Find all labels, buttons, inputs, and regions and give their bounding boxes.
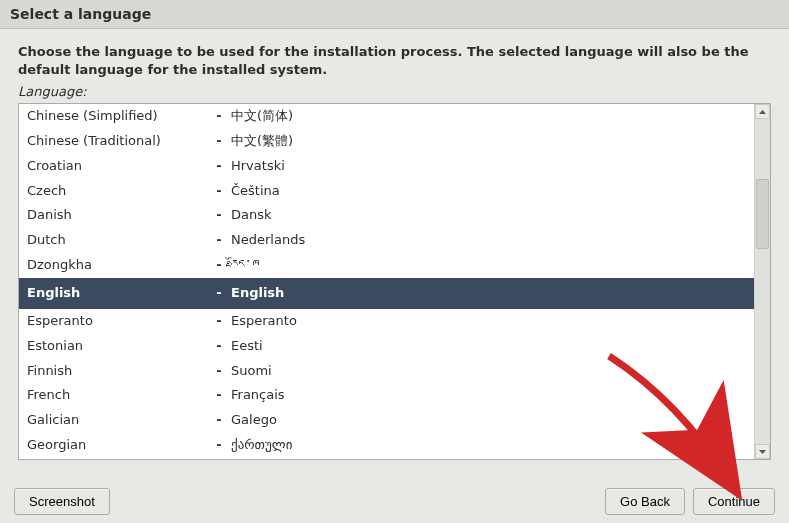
language-row[interactable]: Galician-Galego: [19, 408, 754, 433]
language-english-name: Czech: [27, 182, 207, 201]
language-row[interactable]: Czech-Čeština: [19, 179, 754, 204]
language-separator: -: [207, 107, 231, 126]
language-english-name: Dzongkha: [27, 256, 207, 275]
continue-button[interactable]: Continue: [693, 488, 775, 515]
language-native-name: Français: [231, 386, 748, 405]
language-row[interactable]: Georgian-ქართული: [19, 433, 754, 458]
language-native-name: 中文(繁體): [231, 132, 748, 151]
language-english-name: Croatian: [27, 157, 207, 176]
language-native-name: Suomi: [231, 362, 748, 381]
language-row[interactable]: Estonian-Eesti: [19, 334, 754, 359]
language-separator: -: [207, 386, 231, 405]
language-native-name: Galego: [231, 411, 748, 430]
language-native-name: Esperanto: [231, 312, 748, 331]
language-separator: -: [207, 312, 231, 331]
language-separator: -: [207, 411, 231, 430]
scroll-thumb[interactable]: [756, 179, 769, 249]
language-row[interactable]: Esperanto-Esperanto: [19, 309, 754, 334]
language-row[interactable]: English-English: [19, 278, 754, 309]
language-english-name: Finnish: [27, 362, 207, 381]
footer-bar: Screenshot Go Back Continue: [14, 488, 775, 515]
instruction-text: Choose the language to be used for the i…: [18, 43, 771, 78]
chevron-up-icon: [759, 110, 766, 114]
language-separator: -: [207, 157, 231, 176]
language-native-name: Hrvatski: [231, 157, 748, 176]
content-area: Choose the language to be used for the i…: [6, 39, 783, 460]
language-row[interactable]: Dutch-Nederlands: [19, 228, 754, 253]
language-native-name: Eesti: [231, 337, 748, 356]
window-title: Select a language: [10, 6, 151, 22]
language-separator: -: [207, 182, 231, 201]
language-separator: -: [207, 362, 231, 381]
language-native-name: 中文(简体): [231, 107, 748, 126]
language-native-name: ქართული: [231, 436, 748, 455]
language-row[interactable]: Danish-Dansk: [19, 203, 754, 228]
language-english-name: Danish: [27, 206, 207, 225]
language-english-name: Chinese (Simplified): [27, 107, 207, 126]
language-row[interactable]: German-Deutsch: [19, 458, 754, 459]
scroll-down-button[interactable]: [755, 444, 770, 459]
language-row[interactable]: Chinese (Simplified)-中文(简体): [19, 104, 754, 129]
scroll-up-button[interactable]: [755, 104, 770, 119]
language-english-name: Estonian: [27, 337, 207, 356]
language-separator: -: [207, 337, 231, 356]
language-row[interactable]: French-Français: [19, 383, 754, 408]
language-separator: -: [207, 436, 231, 455]
language-row[interactable]: Finnish-Suomi: [19, 359, 754, 384]
go-back-button[interactable]: Go Back: [605, 488, 685, 515]
language-native-name: Dansk: [231, 206, 748, 225]
screenshot-button[interactable]: Screenshot: [14, 488, 110, 515]
language-row[interactable]: Chinese (Traditional)-中文(繁體): [19, 129, 754, 154]
language-list-frame: Chinese (Simplified)-中文(简体)Chinese (Trad…: [18, 103, 771, 460]
language-native-name: Čeština: [231, 182, 748, 201]
language-english-name: Dutch: [27, 231, 207, 250]
language-separator: -: [207, 256, 231, 275]
language-separator: -: [207, 206, 231, 225]
language-english-name: Chinese (Traditional): [27, 132, 207, 151]
language-list[interactable]: Chinese (Simplified)-中文(简体)Chinese (Trad…: [19, 104, 754, 459]
language-english-name: Galician: [27, 411, 207, 430]
language-row[interactable]: Croatian-Hrvatski: [19, 154, 754, 179]
language-native-name: Nederlands: [231, 231, 748, 250]
language-english-name: English: [27, 284, 207, 303]
language-separator: -: [207, 284, 231, 303]
scrollbar[interactable]: [754, 104, 770, 459]
language-english-name: Georgian: [27, 436, 207, 455]
language-separator: -: [207, 132, 231, 151]
language-row[interactable]: Dzongkha-རྫོང་ཁ: [19, 253, 754, 278]
language-label: Language:: [18, 84, 771, 99]
scroll-track[interactable]: [755, 119, 770, 444]
language-separator: -: [207, 231, 231, 250]
language-native-name: English: [231, 284, 748, 303]
language-english-name: French: [27, 386, 207, 405]
language-native-name: རྫོང་ཁ: [231, 256, 748, 275]
language-english-name: Esperanto: [27, 312, 207, 331]
window-header: Select a language: [0, 0, 789, 29]
chevron-down-icon: [759, 450, 766, 454]
